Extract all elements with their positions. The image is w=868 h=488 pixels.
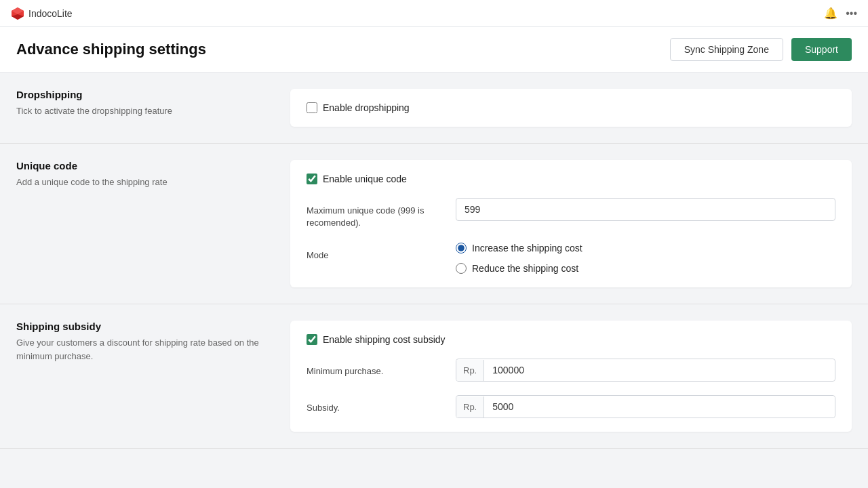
dropshipping-title: Dropshipping [16,89,274,100]
app-brand: IndocoLite [11,7,73,20]
dropshipping-label: Dropshipping Tick to activate the dropsh… [16,89,274,127]
enable-dropshipping-row: Enable dropshipping [307,102,835,113]
dropshipping-description: Tick to activate the dropshipping featur… [16,104,274,118]
unique-code-description: Add a unique code to the shipping rate [16,176,274,189]
support-button[interactable]: Support [791,38,852,61]
shipping-subsidy-section: Shipping subsidy Give your customers a d… [0,304,868,449]
max-unique-code-input[interactable] [456,198,835,221]
enable-subsidy-row: Enable shipping cost subsidy [307,334,835,345]
enable-dropshipping-label[interactable]: Enable dropshipping [323,102,410,113]
subsidy-prefix-wrap: Rp. [456,395,835,418]
min-purchase-label: Minimum purchase. [307,359,442,378]
mode-label: Mode [307,243,442,262]
min-purchase-row: Minimum purchase. Rp. [307,359,835,382]
shipping-subsidy-title: Shipping subsidy [16,321,274,332]
subsidy-prefix: Rp. [456,396,484,418]
subsidy-row: Subsidy. Rp. [307,395,835,418]
shipping-subsidy-description: Give your customers a discount for shipp… [16,336,274,363]
max-unique-code-label: Maximum unique code (999 is recomended). [307,198,442,229]
sync-shipping-zone-button[interactable]: Sync Shipping Zone [670,38,783,61]
enable-subsidy-checkbox[interactable] [307,334,317,345]
min-purchase-prefix-wrap: Rp. [456,359,835,382]
unique-code-label: Unique code Add a unique code to the shi… [16,160,274,287]
mode-radio-group: Increase the shipping cost Reduce the sh… [456,243,835,274]
max-unique-code-row: Maximum unique code (999 is recomended). [307,198,835,229]
unique-code-title: Unique code [16,160,274,171]
more-options-icon[interactable]: ••• [846,7,857,20]
max-unique-code-input-wrap [456,198,835,221]
enable-dropshipping-checkbox[interactable] [307,102,317,113]
mode-reduce-label[interactable]: Reduce the shipping cost [472,263,578,274]
subsidy-input-wrap: Rp. [456,395,835,418]
top-bar-actions: 🔔 ••• [824,7,857,20]
min-purchase-input-wrap: Rp. [456,359,835,382]
app-name: IndocoLite [28,8,73,19]
unique-code-content: Enable unique code Maximum unique code (… [290,160,852,287]
mode-reduce-radio[interactable] [456,263,467,274]
mode-increase-label[interactable]: Increase the shipping cost [472,243,583,253]
page-title: Advance shipping settings [16,41,206,58]
min-purchase-input[interactable] [484,359,835,381]
shipping-subsidy-content: Enable shipping cost subsidy Minimum pur… [290,321,852,432]
enable-unique-code-row: Enable unique code [307,174,835,184]
mode-increase-radio[interactable] [456,243,467,253]
header-actions: Sync Shipping Zone Support [670,38,852,61]
mode-increase-row: Increase the shipping cost [456,243,835,253]
subsidy-input[interactable] [484,396,835,418]
unique-code-section: Unique code Add a unique code to the shi… [0,144,868,304]
mode-row: Mode Increase the shipping cost Reduce t… [307,243,835,274]
main-content: Dropshipping Tick to activate the dropsh… [0,73,868,449]
notification-icon[interactable]: 🔔 [824,7,837,20]
shipping-subsidy-label: Shipping subsidy Give your customers a d… [16,321,274,432]
enable-unique-code-label[interactable]: Enable unique code [323,174,407,184]
subsidy-label: Subsidy. [307,395,442,414]
mode-reduce-row: Reduce the shipping cost [456,263,835,274]
min-purchase-prefix: Rp. [456,360,484,381]
top-bar: IndocoLite 🔔 ••• [0,0,868,27]
dropshipping-section: Dropshipping Tick to activate the dropsh… [0,73,868,144]
enable-unique-code-checkbox[interactable] [307,174,317,184]
dropshipping-content: Enable dropshipping [290,89,852,127]
brand-logo-icon [11,7,24,20]
enable-subsidy-label[interactable]: Enable shipping cost subsidy [323,334,446,345]
page-header: Advance shipping settings Sync Shipping … [0,27,868,73]
